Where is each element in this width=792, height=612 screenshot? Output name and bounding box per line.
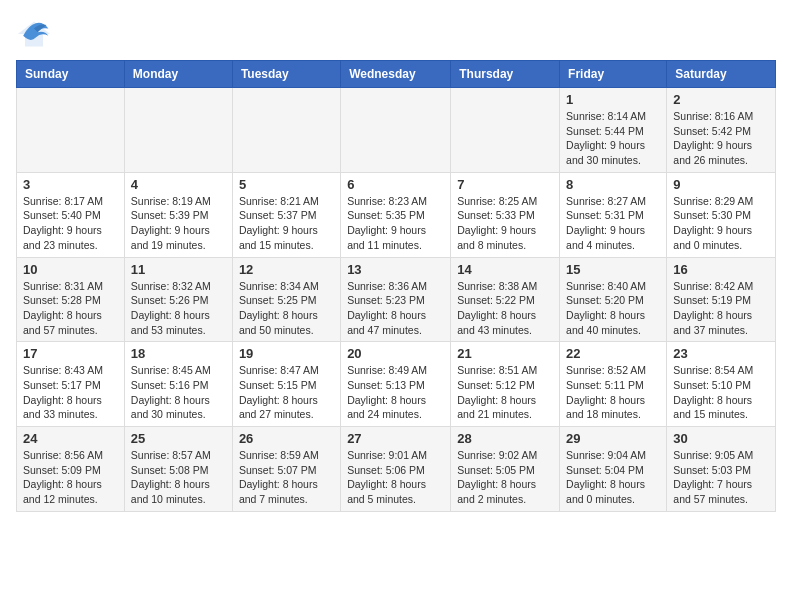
day-number: 4	[131, 177, 226, 192]
day-info: Sunrise: 8:56 AMSunset: 5:09 PMDaylight:…	[23, 448, 118, 507]
day-info: Sunrise: 8:19 AMSunset: 5:39 PMDaylight:…	[131, 194, 226, 253]
calendar-body: 1Sunrise: 8:14 AMSunset: 5:44 PMDaylight…	[17, 88, 776, 512]
calendar-cell: 17Sunrise: 8:43 AMSunset: 5:17 PMDayligh…	[17, 342, 125, 427]
day-number: 3	[23, 177, 118, 192]
calendar-cell: 23Sunrise: 8:54 AMSunset: 5:10 PMDayligh…	[667, 342, 776, 427]
logo	[16, 16, 58, 52]
calendar-week-row: 10Sunrise: 8:31 AMSunset: 5:28 PMDayligh…	[17, 257, 776, 342]
logo-icon	[16, 16, 52, 52]
day-number: 13	[347, 262, 444, 277]
calendar-week-row: 17Sunrise: 8:43 AMSunset: 5:17 PMDayligh…	[17, 342, 776, 427]
day-info: Sunrise: 8:23 AMSunset: 5:35 PMDaylight:…	[347, 194, 444, 253]
day-info: Sunrise: 8:25 AMSunset: 5:33 PMDaylight:…	[457, 194, 553, 253]
weekday-header: Monday	[124, 61, 232, 88]
day-number: 6	[347, 177, 444, 192]
calendar-cell: 10Sunrise: 8:31 AMSunset: 5:28 PMDayligh…	[17, 257, 125, 342]
day-number: 17	[23, 346, 118, 361]
calendar-cell: 25Sunrise: 8:57 AMSunset: 5:08 PMDayligh…	[124, 427, 232, 512]
day-number: 30	[673, 431, 769, 446]
day-number: 18	[131, 346, 226, 361]
calendar-cell: 3Sunrise: 8:17 AMSunset: 5:40 PMDaylight…	[17, 172, 125, 257]
calendar-cell: 22Sunrise: 8:52 AMSunset: 5:11 PMDayligh…	[560, 342, 667, 427]
day-info: Sunrise: 8:45 AMSunset: 5:16 PMDaylight:…	[131, 363, 226, 422]
day-info: Sunrise: 8:51 AMSunset: 5:12 PMDaylight:…	[457, 363, 553, 422]
day-number: 26	[239, 431, 334, 446]
calendar-week-row: 1Sunrise: 8:14 AMSunset: 5:44 PMDaylight…	[17, 88, 776, 173]
calendar-week-row: 24Sunrise: 8:56 AMSunset: 5:09 PMDayligh…	[17, 427, 776, 512]
calendar-cell: 14Sunrise: 8:38 AMSunset: 5:22 PMDayligh…	[451, 257, 560, 342]
day-number: 11	[131, 262, 226, 277]
calendar-cell: 13Sunrise: 8:36 AMSunset: 5:23 PMDayligh…	[341, 257, 451, 342]
day-info: Sunrise: 8:47 AMSunset: 5:15 PMDaylight:…	[239, 363, 334, 422]
day-number: 1	[566, 92, 660, 107]
calendar-cell: 20Sunrise: 8:49 AMSunset: 5:13 PMDayligh…	[341, 342, 451, 427]
calendar-cell: 29Sunrise: 9:04 AMSunset: 5:04 PMDayligh…	[560, 427, 667, 512]
day-number: 8	[566, 177, 660, 192]
day-info: Sunrise: 8:27 AMSunset: 5:31 PMDaylight:…	[566, 194, 660, 253]
weekday-header: Thursday	[451, 61, 560, 88]
day-number: 2	[673, 92, 769, 107]
calendar-cell: 8Sunrise: 8:27 AMSunset: 5:31 PMDaylight…	[560, 172, 667, 257]
day-info: Sunrise: 8:21 AMSunset: 5:37 PMDaylight:…	[239, 194, 334, 253]
day-number: 5	[239, 177, 334, 192]
day-info: Sunrise: 8:34 AMSunset: 5:25 PMDaylight:…	[239, 279, 334, 338]
day-info: Sunrise: 8:29 AMSunset: 5:30 PMDaylight:…	[673, 194, 769, 253]
calendar-cell: 12Sunrise: 8:34 AMSunset: 5:25 PMDayligh…	[232, 257, 340, 342]
day-number: 28	[457, 431, 553, 446]
calendar-cell	[124, 88, 232, 173]
day-info: Sunrise: 8:31 AMSunset: 5:28 PMDaylight:…	[23, 279, 118, 338]
day-number: 19	[239, 346, 334, 361]
calendar-cell: 30Sunrise: 9:05 AMSunset: 5:03 PMDayligh…	[667, 427, 776, 512]
calendar-cell	[451, 88, 560, 173]
day-number: 20	[347, 346, 444, 361]
day-number: 9	[673, 177, 769, 192]
calendar-cell	[232, 88, 340, 173]
calendar-table: SundayMondayTuesdayWednesdayThursdayFrid…	[16, 60, 776, 512]
calendar-cell: 9Sunrise: 8:29 AMSunset: 5:30 PMDaylight…	[667, 172, 776, 257]
weekday-header: Wednesday	[341, 61, 451, 88]
weekday-header: Tuesday	[232, 61, 340, 88]
day-number: 29	[566, 431, 660, 446]
day-number: 24	[23, 431, 118, 446]
calendar-cell: 5Sunrise: 8:21 AMSunset: 5:37 PMDaylight…	[232, 172, 340, 257]
header-row: SundayMondayTuesdayWednesdayThursdayFrid…	[17, 61, 776, 88]
calendar-header: SundayMondayTuesdayWednesdayThursdayFrid…	[17, 61, 776, 88]
calendar-cell: 18Sunrise: 8:45 AMSunset: 5:16 PMDayligh…	[124, 342, 232, 427]
calendar-cell: 4Sunrise: 8:19 AMSunset: 5:39 PMDaylight…	[124, 172, 232, 257]
calendar-cell: 28Sunrise: 9:02 AMSunset: 5:05 PMDayligh…	[451, 427, 560, 512]
weekday-header: Saturday	[667, 61, 776, 88]
day-info: Sunrise: 8:49 AMSunset: 5:13 PMDaylight:…	[347, 363, 444, 422]
day-number: 12	[239, 262, 334, 277]
calendar-cell: 11Sunrise: 8:32 AMSunset: 5:26 PMDayligh…	[124, 257, 232, 342]
calendar-cell: 15Sunrise: 8:40 AMSunset: 5:20 PMDayligh…	[560, 257, 667, 342]
day-info: Sunrise: 8:43 AMSunset: 5:17 PMDaylight:…	[23, 363, 118, 422]
day-info: Sunrise: 8:42 AMSunset: 5:19 PMDaylight:…	[673, 279, 769, 338]
calendar-cell: 26Sunrise: 8:59 AMSunset: 5:07 PMDayligh…	[232, 427, 340, 512]
day-info: Sunrise: 8:14 AMSunset: 5:44 PMDaylight:…	[566, 109, 660, 168]
calendar-cell: 27Sunrise: 9:01 AMSunset: 5:06 PMDayligh…	[341, 427, 451, 512]
day-info: Sunrise: 8:59 AMSunset: 5:07 PMDaylight:…	[239, 448, 334, 507]
day-info: Sunrise: 9:02 AMSunset: 5:05 PMDaylight:…	[457, 448, 553, 507]
day-info: Sunrise: 8:32 AMSunset: 5:26 PMDaylight:…	[131, 279, 226, 338]
weekday-header: Sunday	[17, 61, 125, 88]
day-number: 27	[347, 431, 444, 446]
day-info: Sunrise: 8:54 AMSunset: 5:10 PMDaylight:…	[673, 363, 769, 422]
calendar-cell	[17, 88, 125, 173]
day-info: Sunrise: 8:57 AMSunset: 5:08 PMDaylight:…	[131, 448, 226, 507]
day-number: 23	[673, 346, 769, 361]
day-info: Sunrise: 8:36 AMSunset: 5:23 PMDaylight:…	[347, 279, 444, 338]
calendar-cell: 1Sunrise: 8:14 AMSunset: 5:44 PMDaylight…	[560, 88, 667, 173]
day-info: Sunrise: 8:16 AMSunset: 5:42 PMDaylight:…	[673, 109, 769, 168]
header	[16, 16, 776, 52]
day-info: Sunrise: 9:04 AMSunset: 5:04 PMDaylight:…	[566, 448, 660, 507]
day-number: 25	[131, 431, 226, 446]
calendar-cell: 21Sunrise: 8:51 AMSunset: 5:12 PMDayligh…	[451, 342, 560, 427]
day-info: Sunrise: 8:52 AMSunset: 5:11 PMDaylight:…	[566, 363, 660, 422]
day-info: Sunrise: 9:01 AMSunset: 5:06 PMDaylight:…	[347, 448, 444, 507]
day-number: 15	[566, 262, 660, 277]
day-number: 14	[457, 262, 553, 277]
calendar-cell: 24Sunrise: 8:56 AMSunset: 5:09 PMDayligh…	[17, 427, 125, 512]
day-info: Sunrise: 8:38 AMSunset: 5:22 PMDaylight:…	[457, 279, 553, 338]
calendar-cell: 7Sunrise: 8:25 AMSunset: 5:33 PMDaylight…	[451, 172, 560, 257]
calendar-cell: 2Sunrise: 8:16 AMSunset: 5:42 PMDaylight…	[667, 88, 776, 173]
